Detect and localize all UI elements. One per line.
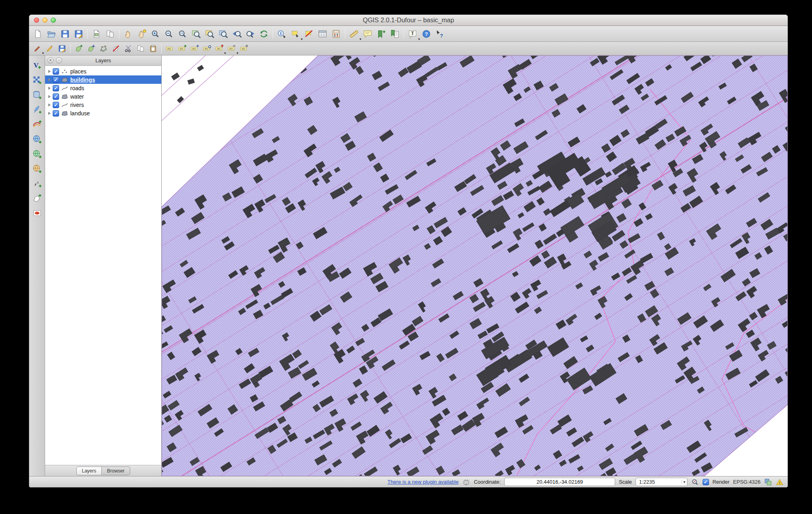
toggle-editing-button[interactable] [44, 43, 56, 54]
new-shapefile-layer-icon [32, 194, 42, 203]
add-oracle-layer-button[interactable] [31, 207, 44, 219]
layer-item-roads[interactable]: ✓roads [45, 84, 161, 92]
new-plugin-link[interactable]: There is a new plugin available [387, 479, 459, 485]
zoom-in-button[interactable] [149, 28, 162, 40]
new-bookmark-button[interactable] [374, 28, 388, 40]
layer-visibility-checkbox[interactable]: ✓ [53, 85, 59, 91]
field-calculator-button[interactable] [329, 28, 343, 40]
map-canvas[interactable] [162, 55, 788, 476]
layer-item-rivers[interactable]: ✓rivers [45, 101, 161, 109]
measure-button[interactable]: ▾ [347, 28, 361, 40]
save-layer-edits-button[interactable] [56, 43, 68, 54]
add-wms-layer-button[interactable] [31, 133, 44, 145]
new-composer-button[interactable] [90, 28, 103, 40]
layer-visibility-checkbox[interactable]: ✓ [53, 77, 59, 83]
layer-label: roads [70, 85, 84, 91]
zoom-last-button[interactable] [230, 28, 244, 40]
layer-visibility-checkbox[interactable]: ✓ [53, 102, 59, 108]
add-wcs-layer-icon [32, 149, 42, 159]
cut-features-button[interactable] [122, 43, 135, 54]
layer-type-line-icon [61, 85, 68, 91]
save-project-as-button[interactable] [72, 28, 85, 40]
new-project-button[interactable] [31, 28, 45, 40]
zoom-to-layer-button[interactable] [216, 28, 230, 40]
add-mssql-layer-button[interactable] [31, 119, 44, 130]
label-move-button[interactable]: abc [188, 43, 201, 54]
tab-browser[interactable]: Browser [102, 467, 130, 475]
layer-item-buildings[interactable]: ✓buildings [45, 75, 161, 84]
layer-visibility-checkbox[interactable]: ✓ [53, 68, 59, 75]
zoom-out-button[interactable] [162, 28, 176, 40]
minimize-window-button[interactable] [42, 18, 48, 23]
map-render-canvas[interactable] [162, 55, 788, 476]
new-shapefile-layer-button[interactable] [31, 192, 44, 204]
panel-close-button[interactable]: ✕ [48, 57, 53, 63]
panel-float-button[interactable]: ▫ [56, 57, 62, 63]
layer-item-water[interactable]: ✓water [45, 92, 161, 101]
pan-to-selection-button[interactable] [135, 28, 149, 40]
refresh-button[interactable] [257, 28, 271, 40]
digitizing-label-toolbar: ▾abcabcabcabcabc▾abc▾abc [29, 42, 788, 55]
zoom-full-button[interactable] [189, 28, 203, 40]
identify-button[interactable]: i [275, 28, 289, 40]
titlebar[interactable]: QGIS 2.0.1-Dufour – basic_map [29, 15, 788, 26]
expand-arrow-icon[interactable] [48, 103, 51, 107]
map-tips-button[interactable] [361, 28, 374, 40]
expand-arrow-icon[interactable] [48, 112, 51, 115]
zoom-actual-button[interactable]: 1:1 [176, 28, 189, 40]
select-features-button[interactable]: ▾ [289, 28, 302, 40]
scale-combo[interactable]: 1:2235 ▾ [636, 478, 687, 486]
pan-map-button[interactable] [121, 28, 135, 40]
copy-features-button[interactable] [135, 43, 147, 54]
layer-visibility-checkbox[interactable]: ✓ [53, 110, 59, 117]
label-toggle-button[interactable]: abc▾ [226, 43, 238, 54]
current-edits-button[interactable]: ▾ [31, 43, 44, 54]
node-tool-button[interactable] [97, 43, 110, 54]
render-checkbox[interactable]: ✓ [703, 479, 709, 485]
layer-item-places[interactable]: ✓places [45, 67, 161, 75]
add-spatialite-layer-button[interactable] [31, 104, 44, 116]
coordinate-input[interactable] [504, 478, 615, 486]
layer-visibility-checkbox[interactable]: ✓ [53, 93, 59, 100]
text-annotation-button[interactable]: T▾ [406, 28, 420, 40]
log-messages-button[interactable]: ! [776, 478, 784, 486]
labeling-button[interactable]: abc [164, 43, 176, 54]
add-wfs-layer-button[interactable] [31, 163, 44, 175]
toolbar-separator [273, 29, 273, 39]
zoom-to-selection-button[interactable] [203, 28, 216, 40]
label-add-button[interactable]: abc [176, 43, 188, 54]
zoom-next-button[interactable] [244, 28, 257, 40]
layer-item-landuse[interactable]: ✓landuse [45, 109, 161, 117]
add-wcs-layer-button[interactable] [31, 148, 44, 160]
expand-arrow-icon[interactable] [48, 70, 51, 73]
crs-status-button[interactable] [764, 478, 772, 486]
scale-magnifier-icon[interactable] [691, 478, 699, 486]
zoom-window-button[interactable] [51, 18, 56, 23]
add-postgis-layer-button[interactable] [31, 89, 44, 101]
expand-arrow-icon[interactable] [48, 78, 51, 81]
add-feature-button[interactable] [73, 43, 85, 54]
paste-features-button[interactable] [147, 43, 159, 54]
show-bookmarks-button[interactable] [388, 28, 402, 40]
status-bar: There is a new plugin available Coordina… [29, 476, 788, 487]
label-properties-button[interactable]: abc [238, 43, 250, 54]
attribute-table-button[interactable] [316, 28, 329, 40]
move-feature-button[interactable] [85, 43, 97, 54]
expand-arrow-icon[interactable] [48, 87, 51, 90]
add-vector-layer-button[interactable]: V [31, 59, 44, 71]
plugin-icon[interactable] [462, 478, 470, 486]
close-window-button[interactable] [34, 18, 39, 23]
expand-arrow-icon[interactable] [48, 95, 51, 98]
add-raster-layer-button[interactable] [31, 74, 44, 86]
whats-this-button[interactable]: ? [433, 28, 447, 40]
open-project-button[interactable] [45, 28, 58, 40]
save-project-button[interactable] [58, 28, 72, 40]
delete-selected-button[interactable] [110, 43, 122, 54]
composer-manager-button[interactable] [103, 28, 117, 40]
tab-layers[interactable]: Layers [76, 467, 102, 475]
add-delimited-text-layer-button[interactable]: ,a [31, 178, 44, 190]
help-button[interactable]: ? [420, 28, 433, 40]
label-pin-button[interactable]: abc▾ [213, 43, 226, 54]
label-rotate-button[interactable]: abc [201, 43, 213, 54]
deselect-features-button[interactable] [302, 28, 316, 40]
